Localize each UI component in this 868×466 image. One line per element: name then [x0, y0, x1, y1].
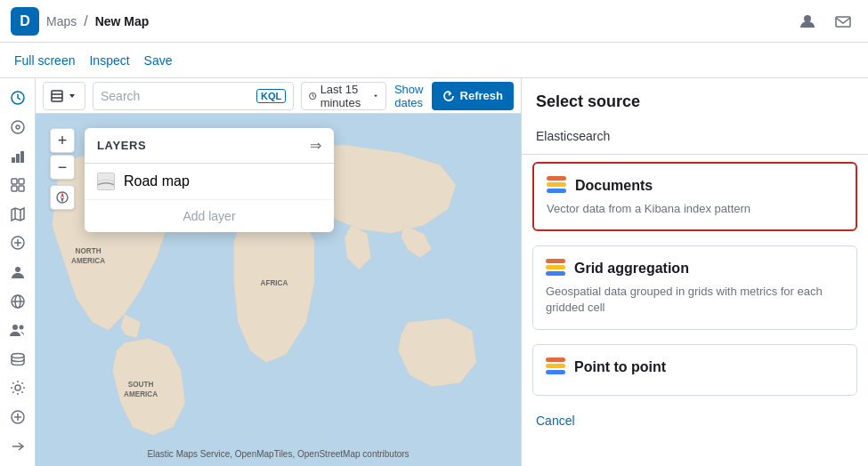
time-picker-label: Last 15 minutes	[320, 83, 369, 109]
svg-rect-1	[836, 17, 850, 27]
svg-rect-8	[12, 179, 17, 184]
sidebar-icon-globe[interactable]	[4, 288, 32, 314]
documents-icon	[547, 176, 566, 196]
grid-aggregation-icon	[546, 259, 565, 278]
zoom-in-button[interactable]: +	[50, 128, 75, 153]
refresh-label: Refresh	[460, 89, 503, 102]
svg-rect-5	[12, 157, 15, 163]
kql-badge[interactable]: KQL	[256, 89, 286, 103]
sidebar-icon-ml[interactable]	[4, 230, 32, 256]
documents-card[interactable]: Documents Vector data from a Kibana inde…	[532, 162, 857, 231]
app-logo: D	[11, 7, 39, 36]
sidebar-icon-dashboard[interactable]	[4, 173, 32, 198]
elasticsearch-row: Elasticsearch	[522, 118, 868, 155]
sidebar-icon-charts[interactable]	[4, 143, 32, 169]
svg-rect-7	[20, 151, 24, 163]
svg-point-0	[804, 15, 811, 22]
toolbar: KQL Last 15 minutes Show dates Refresh	[36, 78, 521, 114]
svg-text:AMERICA: AMERICA	[124, 390, 158, 398]
zoom-controls: + −	[50, 128, 75, 180]
fullscreen-link[interactable]: Full screen	[14, 53, 75, 68]
cancel-link[interactable]: Cancel	[522, 403, 868, 438]
show-dates-button[interactable]: Show dates	[393, 83, 425, 109]
svg-point-3	[12, 121, 24, 133]
sidebar-icon-stack[interactable]	[4, 346, 32, 372]
svg-point-16	[15, 267, 20, 272]
map-container[interactable]: NORTH AMERICA SOUTH AMERICA AFRICA + − L…	[36, 114, 521, 466]
svg-marker-12	[12, 208, 24, 221]
sidebar-icon-maps[interactable]	[4, 201, 32, 227]
logo-area: D Maps / New Map	[11, 7, 149, 36]
svg-rect-9	[19, 179, 24, 184]
map-wrapper: KQL Last 15 minutes Show dates Refresh	[36, 78, 521, 466]
sidebar-icon-plus[interactable]	[4, 405, 32, 430]
second-bar: Full screen Inspect Save	[0, 43, 868, 78]
add-layer-button[interactable]: Add layer	[85, 199, 334, 232]
svg-point-4	[16, 125, 20, 129]
zoom-out-button[interactable]: −	[50, 155, 75, 180]
main-content: KQL Last 15 minutes Show dates Refresh	[0, 78, 868, 466]
point-to-point-header: Point to point	[546, 358, 844, 377]
svg-rect-6	[16, 154, 20, 163]
save-link[interactable]: Save	[144, 53, 173, 68]
svg-point-22	[12, 353, 24, 358]
search-bar[interactable]: KQL	[93, 82, 294, 110]
right-panel: Select source Elasticsearch Documents Ve…	[521, 78, 868, 466]
svg-rect-41	[98, 173, 114, 189]
layers-title: LAYERS	[97, 139, 146, 152]
svg-rect-10	[12, 186, 17, 191]
point-to-point-name: Point to point	[574, 359, 666, 375]
road-map-label: Road map	[124, 173, 190, 189]
svg-rect-28	[52, 91, 62, 101]
grid-aggregation-card[interactable]: Grid aggregation Geospatial data grouped…	[532, 245, 857, 329]
svg-text:AMERICA: AMERICA	[71, 257, 105, 265]
documents-desc: Vector data from a Kibana index pattern	[547, 201, 843, 217]
refresh-button[interactable]: Refresh	[432, 82, 514, 110]
search-input[interactable]	[101, 89, 256, 103]
layers-settings-icon[interactable]: ⇒	[310, 137, 321, 154]
sidebar-icon-arrow[interactable]	[4, 433, 32, 459]
compass-button[interactable]	[50, 185, 75, 210]
filter-button[interactable]	[43, 82, 85, 110]
select-source-title: Select source	[522, 78, 868, 118]
page-title: New Map	[95, 14, 150, 28]
svg-point-23	[15, 385, 20, 390]
svg-text:NORTH: NORTH	[76, 247, 101, 255]
point-to-point-card[interactable]: Point to point	[532, 344, 857, 396]
left-sidebar	[0, 78, 36, 466]
svg-rect-11	[19, 186, 24, 191]
documents-card-header: Documents	[547, 176, 843, 196]
grid-aggregation-desc: Geospatial data grouped in grids with me…	[546, 284, 844, 316]
top-nav: D Maps / New Map	[0, 0, 868, 43]
point-to-point-icon	[546, 358, 565, 377]
svg-text:SOUTH: SOUTH	[128, 381, 154, 389]
mail-icon[interactable]	[829, 7, 857, 36]
road-map-icon	[97, 173, 115, 190]
nav-separator: /	[84, 13, 87, 29]
road-map-layer[interactable]: Road map	[85, 164, 334, 199]
sidebar-icon-clock[interactable]	[4, 85, 32, 111]
sidebar-icon-discover[interactable]	[4, 115, 32, 141]
layers-header: LAYERS ⇒	[85, 128, 334, 164]
sidebar-icon-gear[interactable]	[4, 375, 32, 401]
user-icon[interactable]	[793, 7, 822, 36]
svg-point-21	[19, 325, 23, 330]
documents-name: Documents	[575, 178, 653, 194]
grid-aggregation-header: Grid aggregation	[546, 259, 844, 278]
svg-point-20	[12, 325, 18, 330]
svg-text:AFRICA: AFRICA	[261, 279, 288, 287]
time-picker[interactable]: Last 15 minutes	[301, 82, 386, 110]
nav-maps-link[interactable]: Maps	[46, 14, 77, 28]
inspect-link[interactable]: Inspect	[89, 53, 129, 68]
sidebar-icon-person[interactable]	[4, 260, 32, 285]
sidebar-icon-group[interactable]	[4, 317, 32, 343]
grid-aggregation-name: Grid aggregation	[574, 261, 689, 277]
layers-panel: LAYERS ⇒ Road map Add layer	[85, 128, 334, 232]
